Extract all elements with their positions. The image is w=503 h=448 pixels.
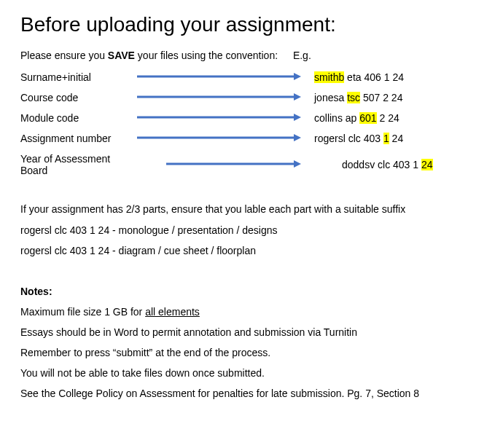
- intro-left-pre: Please ensure you: [20, 50, 108, 61]
- example-post: 2 24: [377, 112, 399, 124]
- note-line-2: Essays should be in Word to permit annot…: [20, 326, 483, 338]
- example-course: jonesa tsc 507 2 24: [314, 92, 483, 103]
- convention-row-assignment: Assignment number rogersl clc 403 1 24: [20, 133, 483, 144]
- note1-pre: Maximum file size 1 GB for: [20, 306, 145, 318]
- intro-line: Please ensure you SAVE your files using …: [20, 50, 483, 61]
- intro-right: E.g.: [293, 50, 311, 61]
- svg-marker-9: [294, 160, 301, 168]
- example-hl: tsc: [347, 92, 360, 103]
- note1-underline: all elements: [145, 306, 200, 318]
- example-post: 24: [389, 133, 403, 144]
- arrow-icon: [137, 72, 301, 81]
- example-pre: jonesa: [314, 92, 347, 103]
- arrow-icon: [137, 133, 301, 142]
- example-hl: smithb: [314, 71, 344, 83]
- arrow-course: [137, 92, 301, 103]
- arrow-module: [137, 112, 301, 124]
- note-line-5: See the College Policy on Assessment for…: [20, 388, 483, 399]
- notes-heading: Notes:: [20, 286, 483, 297]
- example-post: 507 2 24: [360, 92, 402, 103]
- intro-left-strong: SAVE: [108, 50, 135, 61]
- label-year: Year of Assessment Board: [20, 153, 137, 176]
- convention-row-module: Module code collins ap 601 2 24: [20, 112, 483, 124]
- example-pre: rogersl clc 403: [314, 133, 383, 144]
- example-hl: 1: [383, 133, 389, 144]
- note-line-3: Remember to press “submitt” at the end o…: [20, 347, 483, 358]
- example-post: eta 406 1 24: [344, 71, 404, 83]
- note-line-1: Maximum file size 1 GB for all elements: [20, 306, 483, 318]
- arrow-icon: [166, 160, 301, 168]
- example-pre: collins ap: [314, 112, 359, 124]
- label-assignment: Assignment number: [20, 133, 137, 144]
- example-hl: 601: [359, 112, 376, 124]
- label-surname: Surname+initial: [20, 71, 137, 83]
- convention-row-course: Course code jonesa tsc 507 2 24: [20, 92, 483, 103]
- label-course: Course code: [20, 92, 137, 103]
- example-hl: 24: [421, 159, 433, 170]
- arrow-surname: [137, 71, 301, 83]
- document-page: Before uploading your assignment: Please…: [0, 0, 503, 406]
- example-pre: doddsv clc 403 1: [342, 159, 421, 170]
- arrow-assignment: [137, 133, 301, 144]
- example-surname: smithb eta 406 1 24: [314, 71, 483, 83]
- note-line-4: You will not be able to take files down …: [20, 367, 483, 379]
- label-module: Module code: [20, 112, 137, 124]
- arrow-icon: [137, 113, 301, 122]
- page-title: Before uploading your assignment:: [20, 13, 483, 36]
- arrow-icon: [137, 93, 301, 101]
- example-year: doddsv clc 403 1 24: [342, 159, 483, 170]
- part-example-2: rogersl clc 403 1 24 - diagram / cue she…: [20, 245, 483, 256]
- parts-intro: If your assignment has 2/3 parts, ensure…: [20, 203, 483, 216]
- intro-left: Please ensure you SAVE your files using …: [20, 50, 290, 61]
- convention-row-surname: Surname+initial smithb eta 406 1 24: [20, 71, 483, 83]
- svg-marker-1: [294, 73, 301, 80]
- svg-marker-3: [294, 93, 301, 101]
- convention-row-year: Year of Assessment Board doddsv clc 403 …: [20, 153, 483, 176]
- arrow-year: [166, 159, 301, 170]
- example-assignment: rogersl clc 403 1 24: [314, 133, 483, 144]
- part-example-1: rogersl clc 403 1 24 - monologue / prese…: [20, 224, 483, 236]
- example-module: collins ap 601 2 24: [314, 112, 483, 124]
- svg-marker-7: [294, 134, 301, 141]
- intro-left-post: your files using the convention:: [135, 50, 278, 61]
- svg-marker-5: [294, 114, 301, 121]
